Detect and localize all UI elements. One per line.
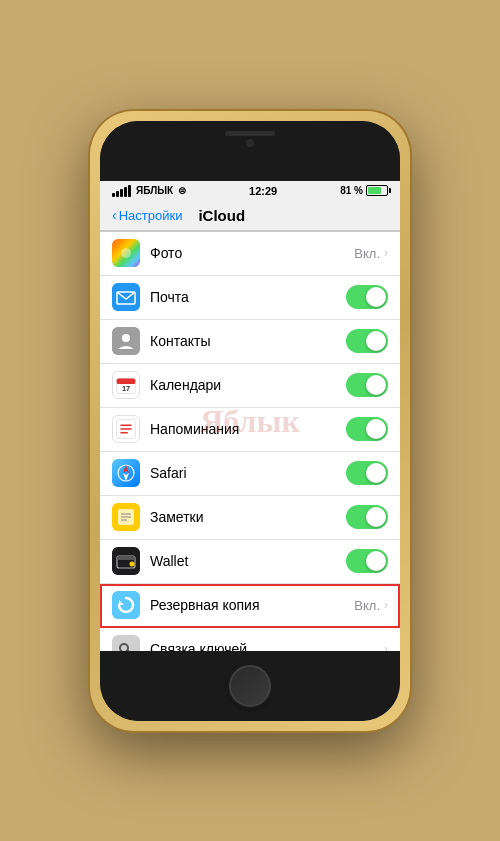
notes-right	[346, 505, 388, 529]
notes-toggle[interactable]	[346, 505, 388, 529]
backup-label: Резервная копия	[150, 597, 354, 613]
wallet-toggle[interactable]	[346, 549, 388, 573]
nav-bar: ‹ Настройки iCloud	[100, 201, 400, 231]
screen: ЯБЛЫК ⊜ 12:29 81 % ‹ Настройки iCloud	[100, 181, 400, 651]
contacts-icon	[112, 327, 140, 355]
keychain-label: Связка ключей	[150, 641, 384, 651]
status-bar: ЯБЛЫК ⊜ 12:29 81 %	[100, 181, 400, 201]
settings-item-calendar[interactable]: 17Календари	[100, 364, 400, 408]
settings-item-contacts[interactable]: Контакты	[100, 320, 400, 364]
reminders-icon	[112, 415, 140, 443]
mail-right	[346, 285, 388, 309]
photos-label: Фото	[150, 245, 354, 261]
notes-label: Заметки	[150, 509, 346, 525]
backup-chevron-icon: ›	[384, 598, 388, 612]
svg-point-27	[130, 562, 135, 567]
safari-icon	[112, 459, 140, 487]
speaker	[225, 131, 275, 136]
safari-right	[346, 461, 388, 485]
battery-fill	[368, 187, 382, 194]
wallet-right	[346, 549, 388, 573]
settings-item-keychain[interactable]: Связка ключей›	[100, 628, 400, 651]
wallet-icon	[112, 547, 140, 575]
mail-label: Почта	[150, 289, 346, 305]
settings-item-mail[interactable]: Почта	[100, 276, 400, 320]
svg-point-1	[121, 248, 131, 258]
back-label: Настройки	[119, 208, 183, 223]
status-time: 12:29	[249, 185, 277, 197]
photos-chevron-icon: ›	[384, 246, 388, 260]
back-button[interactable]: ‹ Настройки	[112, 207, 182, 223]
contacts-toggle[interactable]	[346, 329, 388, 353]
calendar-toggle[interactable]	[346, 373, 388, 397]
phone-inner: ЯБЛЫК ⊜ 12:29 81 % ‹ Настройки iCloud	[100, 121, 400, 721]
notes-icon	[112, 503, 140, 531]
svg-rect-28	[112, 591, 140, 619]
mail-toggle[interactable]	[346, 285, 388, 309]
top-bezel	[100, 121, 400, 181]
svg-text:17: 17	[122, 384, 130, 393]
reminders-right	[346, 417, 388, 441]
wifi-icon: ⊜	[178, 185, 186, 196]
photos-right: Вкл.›	[354, 246, 388, 261]
status-right: 81 %	[340, 185, 388, 196]
photos-icon	[112, 239, 140, 267]
settings-item-wallet[interactable]: Wallet	[100, 540, 400, 584]
safari-toggle[interactable]	[346, 461, 388, 485]
svg-point-5	[122, 334, 130, 342]
battery-icon	[366, 185, 388, 196]
calendar-right	[346, 373, 388, 397]
photos-value: Вкл.	[354, 246, 380, 261]
keychain-icon	[112, 635, 140, 651]
settings-item-safari[interactable]: Safari	[100, 452, 400, 496]
back-chevron-icon: ‹	[112, 207, 117, 223]
reminders-label: Напоминания	[150, 421, 346, 437]
backup-right: Вкл.›	[354, 598, 388, 613]
phone-frame: ЯБЛЫК ⊜ 12:29 81 % ‹ Настройки iCloud	[90, 111, 410, 731]
svg-rect-2	[112, 283, 140, 311]
svg-rect-26	[117, 556, 135, 560]
nav-title: iCloud	[198, 207, 245, 224]
carrier-label: ЯБЛЫК	[136, 185, 173, 196]
svg-rect-15	[112, 459, 140, 487]
signal-bars	[112, 185, 131, 197]
settings-item-backup[interactable]: Резервная копияВкл.›	[100, 584, 400, 628]
wallet-label: Wallet	[150, 553, 346, 569]
reminders-toggle[interactable]	[346, 417, 388, 441]
mail-icon	[112, 283, 140, 311]
settings-item-reminders[interactable]: Напоминания	[100, 408, 400, 452]
backup-icon	[112, 591, 140, 619]
backup-value: Вкл.	[354, 598, 380, 613]
svg-rect-24	[112, 547, 140, 575]
status-left: ЯБЛЫК ⊜	[112, 185, 186, 197]
svg-rect-30	[112, 635, 140, 651]
contacts-right	[346, 329, 388, 353]
camera	[246, 139, 254, 147]
calendar-label: Календари	[150, 377, 346, 393]
bottom-bezel	[100, 651, 400, 721]
safari-label: Safari	[150, 465, 346, 481]
calendar-icon: 17	[112, 371, 140, 399]
keychain-right: ›	[384, 642, 388, 651]
home-button[interactable]	[229, 665, 271, 707]
settings-list: ФотоВкл.›ПочтаКонтакты17КалендариНапомин…	[100, 231, 400, 651]
battery-percent: 81 %	[340, 185, 363, 196]
settings-section: ФотоВкл.›ПочтаКонтакты17КалендариНапомин…	[100, 231, 400, 651]
settings-item-notes[interactable]: Заметки	[100, 496, 400, 540]
keychain-chevron-icon: ›	[384, 642, 388, 651]
contacts-label: Контакты	[150, 333, 346, 349]
settings-item-photos[interactable]: ФотоВкл.›	[100, 232, 400, 276]
